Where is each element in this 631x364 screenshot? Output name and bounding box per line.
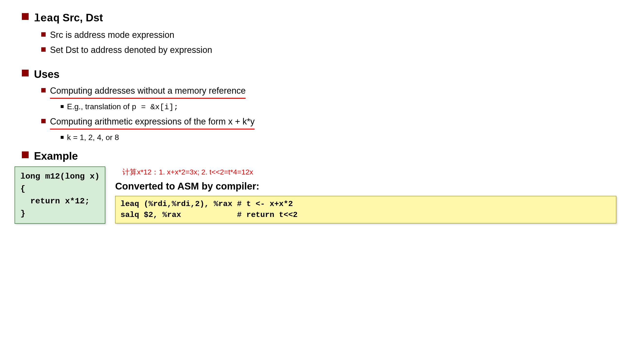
uses-item-2-sub: k = 1, 2, 4, or 8 — [67, 132, 119, 143]
section-uses-heading: Uses — [22, 66, 616, 82]
uses-item-1-sub-row: E.g., translation of p = &x[i]; — [61, 101, 616, 113]
bullet-medium-icon — [41, 32, 46, 37]
uses-item-2-sub-row: k = 1, 2, 4, or 8 — [61, 132, 616, 143]
uses-item-1-text: Computing addresses without a memory ref… — [50, 84, 246, 99]
leaq-desc-2-row: Set Dst to address denoted by expression — [41, 44, 616, 56]
example-heading-text: Example — [34, 148, 78, 164]
bullet-large-icon — [22, 152, 29, 158]
bullet-small-icon — [61, 136, 64, 139]
leaq-desc-1: Src is address mode expression — [50, 28, 174, 42]
uses-item-1-row: Computing addresses without a memory ref… — [41, 84, 616, 99]
c-code-box: long m12(long x) { return x*12; } — [14, 166, 105, 224]
leaq-desc-1-row: Src is address mode expression — [41, 28, 616, 42]
uses-item-1-sub-code: p = &x[i]; — [132, 103, 178, 112]
bullet-medium-icon — [41, 88, 46, 92]
bullet-medium-icon — [41, 119, 46, 123]
example-content-row: long m12(long x) { return x*12; } 计算x*12… — [14, 166, 616, 224]
leaq-desc-2: Set Dst to address denoted by expression — [50, 44, 212, 56]
uses-item-2-text: Computing arithmetic expressions of the … — [50, 115, 254, 130]
leaq-heading-text: leaq Src, Dst — [34, 10, 103, 26]
asm-column: 计算x*12：1. x+x*2=3x; 2. t<<2=t*4=12x Conv… — [115, 166, 616, 224]
bullet-small-icon — [61, 105, 64, 108]
bullet-large-icon — [22, 70, 29, 76]
asm-code-box: leaq (%rdi,%rdi,2), %rax # t <- x+x*2 sa… — [115, 196, 616, 224]
uses-item-2-row: Computing arithmetic expressions of the … — [41, 115, 616, 130]
leaq-heading-rest: Src, Dst — [60, 12, 103, 24]
section-example-heading: Example — [22, 148, 616, 164]
uses-item-2: Computing arithmetic expressions of the … — [50, 115, 254, 130]
uses-item-1: Computing addresses without a memory ref… — [50, 84, 246, 99]
bullet-medium-icon — [41, 47, 46, 52]
section-leaq-heading: leaq Src, Dst — [22, 10, 616, 26]
uses-item-1-sub: E.g., translation of p = &x[i]; — [67, 101, 178, 113]
asm-title: Converted to ASM by compiler: — [115, 179, 616, 194]
uses-heading-text: Uses — [34, 66, 60, 82]
bullet-large-icon — [22, 13, 29, 20]
leaq-heading-mono: leaq — [34, 12, 60, 24]
uses-item-1-sub-prefix: E.g., translation of — [67, 102, 132, 111]
chinese-annotation: 计算x*12：1. x+x*2=3x; 2. t<<2=t*4=12x — [122, 166, 616, 178]
